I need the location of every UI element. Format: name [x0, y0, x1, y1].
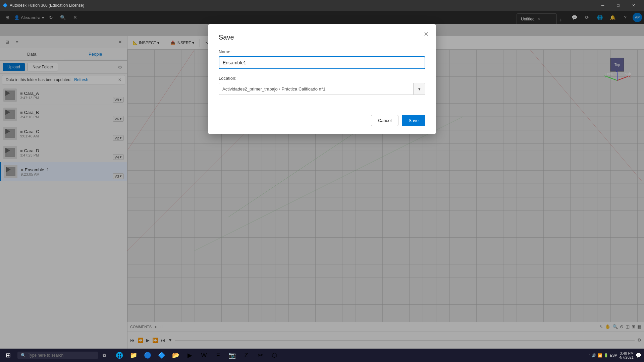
taskbar-explorer-app[interactable]: 📁	[127, 349, 140, 362]
close-button[interactable]: ✕	[626, 0, 641, 11]
taskbar-network-icon[interactable]: 📶	[598, 353, 602, 358]
taskbar-app-f[interactable]: F	[211, 349, 225, 362]
taskbar-time[interactable]: 3:48 PM 4/7/2021	[619, 351, 634, 359]
location-label: Location:	[219, 76, 425, 81]
taskbar-chrome-app[interactable]: 🔵	[141, 349, 154, 362]
taskbar-autodesk-app[interactable]: 🔷	[155, 349, 168, 362]
dialog-overlay: Save ✕ Name: Location: ▾ Cancel Save	[0, 11, 644, 349]
taskbar-app-s[interactable]: ✂	[254, 349, 267, 362]
title-bar: 🔷 Autodesk Fusion 360 (Education License…	[0, 0, 644, 11]
taskbar-search-icon: 🔍	[21, 353, 26, 358]
taskbar-media-app[interactable]: ▶	[183, 349, 197, 362]
taskbar-volume-icon[interactable]: 🔊	[592, 353, 596, 358]
taskbar-battery-icon[interactable]: 🔋	[604, 353, 608, 358]
location-input[interactable]	[219, 83, 413, 95]
taskbar-zoom-app[interactable]: Z	[239, 349, 253, 362]
app-title: Autodesk Fusion 360 (Education License)	[10, 3, 84, 8]
minimize-button[interactable]: ─	[595, 0, 610, 11]
dialog-close-button[interactable]: ✕	[421, 29, 431, 39]
window-controls: ─ □ ✕	[595, 0, 641, 11]
taskbar-locale: ESP	[610, 353, 617, 357]
app-icon: 🔷	[3, 3, 8, 8]
location-row: ▾	[219, 83, 425, 95]
taskbar-right: ^ 🔊 📶 🔋 ESP 3:48 PM 4/7/2021 💬	[586, 351, 644, 359]
name-input[interactable]	[219, 56, 425, 69]
location-dropdown-button[interactable]: ▾	[413, 83, 425, 95]
taskbar-app-extra[interactable]: ⬡	[268, 349, 281, 362]
taskbar-show-desktop[interactable]: ^	[589, 353, 590, 357]
save-button[interactable]: Save	[402, 115, 425, 126]
taskbar-folder2-app[interactable]: 📂	[169, 349, 182, 362]
maximize-button[interactable]: □	[610, 0, 626, 11]
save-dialog: Save ✕ Name: Location: ▾ Cancel Save	[208, 24, 436, 134]
taskbar-system-icons: ^ 🔊 📶 🔋 ESP	[589, 353, 617, 358]
name-label: Name:	[219, 49, 425, 54]
dialog-title: Save	[219, 34, 425, 41]
taskbar-search-input[interactable]	[28, 353, 92, 358]
taskbar-search-box[interactable]: 🔍	[17, 352, 98, 359]
notification-center-icon[interactable]: 💬	[636, 353, 641, 358]
cancel-button[interactable]: Cancel	[371, 115, 398, 126]
taskbar-apps: 🌐 📁 🔵 🔷 📂 ▶ W F 📷 Z ✂ ⬡	[113, 349, 281, 362]
task-view-button[interactable]: ⧉	[98, 349, 110, 362]
taskbar-word-app[interactable]: W	[197, 349, 211, 362]
start-button[interactable]: ⊞	[0, 349, 16, 362]
taskbar: ⊞ 🔍 ⧉ 🌐 📁 🔵 🔷 📂 ▶ W F 📷 Z ✂ ⬡ ^ 🔊 📶 🔋 ES…	[0, 349, 644, 362]
taskbar-edge-app[interactable]: 🌐	[113, 349, 126, 362]
dialog-actions: Cancel Save	[219, 115, 425, 126]
taskbar-app-cam[interactable]: 📷	[225, 349, 239, 362]
